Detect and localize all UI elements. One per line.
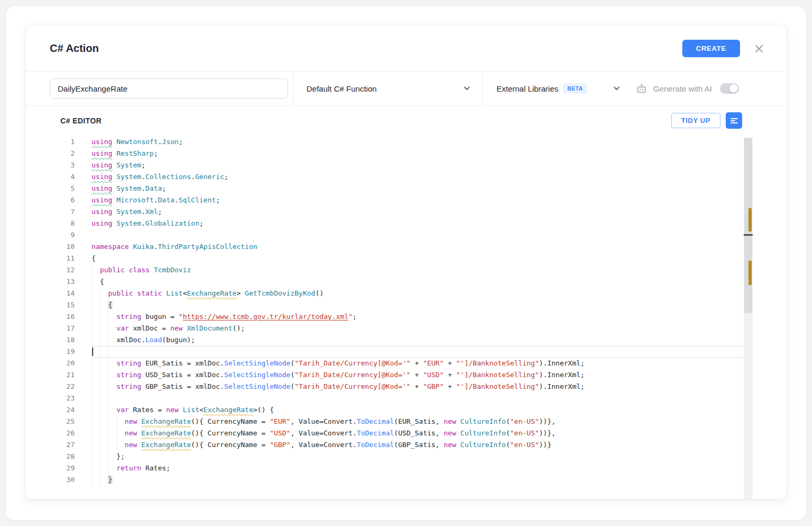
- code-token: ;: [154, 149, 158, 157]
- code-line[interactable]: 28};: [25, 451, 787, 462]
- indent-guide: [92, 416, 100, 427]
- code-line[interactable]: 22string GBP_Satis = xmlDoc.SelectSingle…: [25, 381, 787, 393]
- code-line[interactable]: 24var Rates = new List<ExchangeRate>() {: [25, 404, 787, 416]
- code-line[interactable]: 14public static List<ExchangeRate> GetTc…: [25, 288, 787, 299]
- code-line[interactable]: 11{: [25, 253, 787, 264]
- code-token: ExchangeRate: [203, 406, 253, 414]
- code-text: using RestSharp;: [92, 148, 744, 159]
- code-token: ToDecimal: [357, 441, 394, 449]
- code-line[interactable]: 23: [25, 393, 787, 404]
- code-token: [456, 417, 461, 425]
- code-line[interactable]: 25new ExchangeRate(){ CurrencyName = "EU…: [25, 416, 787, 427]
- line-number: 18: [25, 334, 92, 346]
- external-libraries-select[interactable]: External Libraries BETA: [489, 72, 627, 105]
- code-line[interactable]: 12public class TcmbDoviz: [25, 264, 787, 276]
- code-token: var: [116, 324, 129, 332]
- code-token: , Value=Convert.: [291, 429, 357, 437]
- external-libraries-label: External Libraries: [497, 84, 558, 93]
- code-token: ).InnerXml;: [539, 382, 584, 390]
- ai-robot-icon: [636, 83, 647, 94]
- code-token: [137, 417, 141, 425]
- code-token: Json: [162, 138, 178, 146]
- code-token: ToDecimal: [357, 429, 394, 437]
- indent-guide: [100, 369, 109, 381]
- code-token: new: [125, 429, 137, 437]
- indent-guide: [100, 288, 109, 299]
- generate-ai-toggle[interactable]: [720, 83, 739, 94]
- toggle-knob: [729, 84, 738, 93]
- code-line[interactable]: 18xmlDoc.Load(bugun);: [25, 334, 787, 346]
- code-line[interactable]: 27new ExchangeRate(){ CurrencyName = "GB…: [25, 439, 787, 451]
- code-line[interactable]: 19: [25, 346, 787, 358]
- code-token: ;: [162, 184, 166, 192]
- line-number: 15: [25, 299, 92, 311]
- code-line[interactable]: 8using System.Globalization;: [25, 218, 787, 229]
- code-line[interactable]: 10namespace Kuika.ThirdPartyApisCollecti…: [25, 241, 787, 253]
- code-token: (USD_Satis,: [394, 429, 444, 437]
- code-line[interactable]: 29return Rates;: [25, 462, 787, 474]
- editor-scrollbar[interactable]: [744, 137, 753, 499]
- indent-guide: [100, 427, 109, 439]
- code-token: Collections: [146, 173, 191, 181]
- code-line[interactable]: 7using System.Xml;: [25, 206, 787, 218]
- code-token: .: [141, 208, 146, 216]
- action-name-input[interactable]: [50, 78, 288, 99]
- indent-guide: [108, 393, 116, 404]
- close-icon[interactable]: [754, 43, 764, 54]
- line-number: 10: [25, 241, 92, 253]
- code-line[interactable]: 4using System.Collections.Generic;: [25, 171, 787, 183]
- header-actions: CREATE: [682, 40, 764, 57]
- code-token: ThirdPartyApisCollection: [158, 243, 257, 251]
- code-line[interactable]: 1using Newtonsoft.Json;: [25, 136, 787, 148]
- code-token: [137, 429, 141, 437]
- code-line[interactable]: 2using RestSharp;: [25, 148, 787, 159]
- code-token: Xml: [146, 208, 158, 216]
- code-token: using: [92, 138, 112, 146]
- code-token: "USD": [270, 429, 291, 437]
- indent-guide: [92, 346, 100, 358]
- code-token: Load: [146, 336, 162, 344]
- code-token: [112, 208, 116, 216]
- code-line[interactable]: 6using Microsoft.Data.SqlClient;: [25, 194, 787, 206]
- indent-guide: [100, 462, 109, 474]
- code-line[interactable]: 5using System.Data;: [25, 183, 787, 194]
- code-token: >() {: [253, 406, 274, 414]
- code-line[interactable]: 3using System;: [25, 159, 787, 171]
- code-token: ;: [200, 219, 204, 227]
- code-line[interactable]: 16string bugun = "https://www.tcmb.gov.t…: [25, 311, 787, 323]
- create-button[interactable]: CREATE: [682, 40, 740, 57]
- code-line[interactable]: 26new ExchangeRate(){ CurrencyName = "US…: [25, 427, 787, 439]
- indent-guide: [100, 346, 109, 358]
- code-token: string: [116, 382, 141, 390]
- format-code-button[interactable]: [726, 112, 742, 129]
- code-text: return Rates;: [92, 462, 744, 474]
- code-token: new: [125, 417, 137, 425]
- code-line[interactable]: 9: [25, 229, 787, 241]
- code-token: https://www.tcmb.gov.tr/kurlar/today.xml: [183, 313, 348, 320]
- code-token: Microsoft: [116, 196, 154, 204]
- code-token: [112, 219, 116, 227]
- code-token: ;: [158, 208, 162, 216]
- line-number: 26: [25, 427, 92, 439]
- indent-guide: [100, 451, 109, 462]
- code-line[interactable]: 15{: [25, 299, 787, 311]
- code-line[interactable]: 30}: [25, 474, 787, 486]
- code-line[interactable]: 13{: [25, 276, 787, 288]
- indent-guide: [92, 474, 100, 486]
- indent-guide: [92, 358, 100, 369]
- code-token: using: [92, 219, 112, 227]
- function-type-select[interactable]: Default C# Function: [299, 72, 479, 105]
- code-line[interactable]: 21string USD_Satis = xmlDoc.SelectSingle…: [25, 369, 787, 381]
- indent-guide: [92, 439, 100, 451]
- code-token: +: [444, 382, 456, 390]
- code-token: xmlDoc.: [116, 336, 146, 344]
- indent-guide: [100, 381, 109, 393]
- code-token: [133, 289, 137, 297]
- indent-guide: [92, 427, 100, 439]
- code-text: using Microsoft.Data.SqlClient;: [92, 194, 744, 206]
- code-line[interactable]: 17var xmlDoc = new XmlDocument();: [25, 323, 787, 334]
- indent-guide: [108, 311, 116, 323]
- code-line[interactable]: 20string EUR_Satis = xmlDoc.SelectSingle…: [25, 358, 787, 369]
- tidy-up-button[interactable]: TIDY UP: [671, 113, 720, 128]
- code-editor[interactable]: 1using Newtonsoft.Json;2using RestSharp;…: [25, 135, 787, 499]
